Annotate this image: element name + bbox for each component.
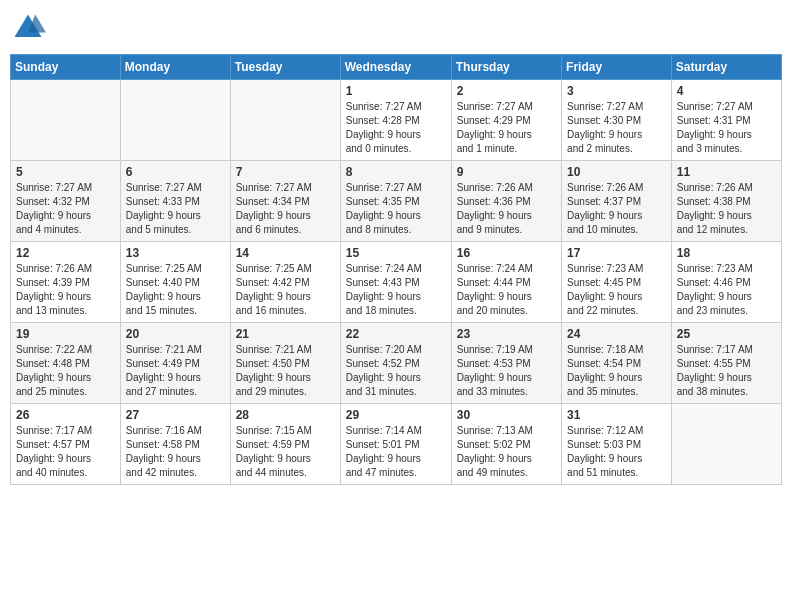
day-number: 13 xyxy=(126,246,225,260)
day-info: Sunrise: 7:27 AM Sunset: 4:31 PM Dayligh… xyxy=(677,100,776,156)
day-number: 3 xyxy=(567,84,666,98)
calendar-day-cell: 4Sunrise: 7:27 AM Sunset: 4:31 PM Daylig… xyxy=(671,80,781,161)
day-info: Sunrise: 7:26 AM Sunset: 4:37 PM Dayligh… xyxy=(567,181,666,237)
day-number: 19 xyxy=(16,327,115,341)
day-number: 31 xyxy=(567,408,666,422)
day-number: 26 xyxy=(16,408,115,422)
calendar-day-cell: 31Sunrise: 7:12 AM Sunset: 5:03 PM Dayli… xyxy=(562,404,672,485)
day-info: Sunrise: 7:27 AM Sunset: 4:28 PM Dayligh… xyxy=(346,100,446,156)
day-number: 24 xyxy=(567,327,666,341)
calendar-day-cell: 30Sunrise: 7:13 AM Sunset: 5:02 PM Dayli… xyxy=(451,404,561,485)
day-number: 7 xyxy=(236,165,335,179)
calendar-day-cell: 21Sunrise: 7:21 AM Sunset: 4:50 PM Dayli… xyxy=(230,323,340,404)
calendar-day-cell: 14Sunrise: 7:25 AM Sunset: 4:42 PM Dayli… xyxy=(230,242,340,323)
day-number: 8 xyxy=(346,165,446,179)
day-info: Sunrise: 7:14 AM Sunset: 5:01 PM Dayligh… xyxy=(346,424,446,480)
day-number: 5 xyxy=(16,165,115,179)
day-number: 12 xyxy=(16,246,115,260)
calendar-day-cell: 2Sunrise: 7:27 AM Sunset: 4:29 PM Daylig… xyxy=(451,80,561,161)
calendar-day-cell: 10Sunrise: 7:26 AM Sunset: 4:37 PM Dayli… xyxy=(562,161,672,242)
day-number: 30 xyxy=(457,408,556,422)
day-number: 22 xyxy=(346,327,446,341)
calendar-day-cell: 17Sunrise: 7:23 AM Sunset: 4:45 PM Dayli… xyxy=(562,242,672,323)
weekday-header: Sunday xyxy=(11,55,121,80)
calendar-day-cell: 3Sunrise: 7:27 AM Sunset: 4:30 PM Daylig… xyxy=(562,80,672,161)
day-number: 18 xyxy=(677,246,776,260)
day-number: 16 xyxy=(457,246,556,260)
calendar-day-cell: 7Sunrise: 7:27 AM Sunset: 4:34 PM Daylig… xyxy=(230,161,340,242)
day-number: 10 xyxy=(567,165,666,179)
day-info: Sunrise: 7:27 AM Sunset: 4:29 PM Dayligh… xyxy=(457,100,556,156)
calendar-day-cell: 15Sunrise: 7:24 AM Sunset: 4:43 PM Dayli… xyxy=(340,242,451,323)
calendar-day-cell: 28Sunrise: 7:15 AM Sunset: 4:59 PM Dayli… xyxy=(230,404,340,485)
calendar-day-cell xyxy=(11,80,121,161)
day-info: Sunrise: 7:17 AM Sunset: 4:55 PM Dayligh… xyxy=(677,343,776,399)
day-number: 6 xyxy=(126,165,225,179)
day-info: Sunrise: 7:13 AM Sunset: 5:02 PM Dayligh… xyxy=(457,424,556,480)
day-number: 28 xyxy=(236,408,335,422)
day-info: Sunrise: 7:26 AM Sunset: 4:36 PM Dayligh… xyxy=(457,181,556,237)
day-info: Sunrise: 7:25 AM Sunset: 4:40 PM Dayligh… xyxy=(126,262,225,318)
day-info: Sunrise: 7:18 AM Sunset: 4:54 PM Dayligh… xyxy=(567,343,666,399)
calendar-day-cell: 18Sunrise: 7:23 AM Sunset: 4:46 PM Dayli… xyxy=(671,242,781,323)
calendar-day-cell: 27Sunrise: 7:16 AM Sunset: 4:58 PM Dayli… xyxy=(120,404,230,485)
day-info: Sunrise: 7:22 AM Sunset: 4:48 PM Dayligh… xyxy=(16,343,115,399)
day-info: Sunrise: 7:20 AM Sunset: 4:52 PM Dayligh… xyxy=(346,343,446,399)
day-number: 23 xyxy=(457,327,556,341)
day-number: 20 xyxy=(126,327,225,341)
calendar-day-cell: 1Sunrise: 7:27 AM Sunset: 4:28 PM Daylig… xyxy=(340,80,451,161)
day-info: Sunrise: 7:17 AM Sunset: 4:57 PM Dayligh… xyxy=(16,424,115,480)
calendar-day-cell: 25Sunrise: 7:17 AM Sunset: 4:55 PM Dayli… xyxy=(671,323,781,404)
weekday-header: Saturday xyxy=(671,55,781,80)
day-number: 9 xyxy=(457,165,556,179)
day-info: Sunrise: 7:27 AM Sunset: 4:35 PM Dayligh… xyxy=(346,181,446,237)
day-info: Sunrise: 7:23 AM Sunset: 4:46 PM Dayligh… xyxy=(677,262,776,318)
day-number: 17 xyxy=(567,246,666,260)
day-number: 11 xyxy=(677,165,776,179)
day-info: Sunrise: 7:16 AM Sunset: 4:58 PM Dayligh… xyxy=(126,424,225,480)
day-info: Sunrise: 7:27 AM Sunset: 4:30 PM Dayligh… xyxy=(567,100,666,156)
day-info: Sunrise: 7:27 AM Sunset: 4:34 PM Dayligh… xyxy=(236,181,335,237)
day-number: 15 xyxy=(346,246,446,260)
calendar-day-cell: 22Sunrise: 7:20 AM Sunset: 4:52 PM Dayli… xyxy=(340,323,451,404)
calendar-day-cell xyxy=(230,80,340,161)
calendar-day-cell: 5Sunrise: 7:27 AM Sunset: 4:32 PM Daylig… xyxy=(11,161,121,242)
calendar-week-row: 19Sunrise: 7:22 AM Sunset: 4:48 PM Dayli… xyxy=(11,323,782,404)
day-info: Sunrise: 7:27 AM Sunset: 4:33 PM Dayligh… xyxy=(126,181,225,237)
weekday-header: Thursday xyxy=(451,55,561,80)
weekday-header: Wednesday xyxy=(340,55,451,80)
day-info: Sunrise: 7:19 AM Sunset: 4:53 PM Dayligh… xyxy=(457,343,556,399)
day-info: Sunrise: 7:12 AM Sunset: 5:03 PM Dayligh… xyxy=(567,424,666,480)
day-info: Sunrise: 7:27 AM Sunset: 4:32 PM Dayligh… xyxy=(16,181,115,237)
calendar-table: SundayMondayTuesdayWednesdayThursdayFrid… xyxy=(10,54,782,485)
weekday-header: Friday xyxy=(562,55,672,80)
calendar-day-cell xyxy=(671,404,781,485)
page-header xyxy=(10,10,782,46)
day-number: 2 xyxy=(457,84,556,98)
calendar-day-cell: 13Sunrise: 7:25 AM Sunset: 4:40 PM Dayli… xyxy=(120,242,230,323)
day-number: 21 xyxy=(236,327,335,341)
day-info: Sunrise: 7:24 AM Sunset: 4:43 PM Dayligh… xyxy=(346,262,446,318)
calendar-week-row: 26Sunrise: 7:17 AM Sunset: 4:57 PM Dayli… xyxy=(11,404,782,485)
day-number: 4 xyxy=(677,84,776,98)
day-info: Sunrise: 7:25 AM Sunset: 4:42 PM Dayligh… xyxy=(236,262,335,318)
calendar-day-cell: 12Sunrise: 7:26 AM Sunset: 4:39 PM Dayli… xyxy=(11,242,121,323)
day-info: Sunrise: 7:24 AM Sunset: 4:44 PM Dayligh… xyxy=(457,262,556,318)
weekday-header: Tuesday xyxy=(230,55,340,80)
calendar-day-cell: 26Sunrise: 7:17 AM Sunset: 4:57 PM Dayli… xyxy=(11,404,121,485)
day-info: Sunrise: 7:26 AM Sunset: 4:39 PM Dayligh… xyxy=(16,262,115,318)
day-info: Sunrise: 7:21 AM Sunset: 4:50 PM Dayligh… xyxy=(236,343,335,399)
day-info: Sunrise: 7:21 AM Sunset: 4:49 PM Dayligh… xyxy=(126,343,225,399)
calendar-week-row: 12Sunrise: 7:26 AM Sunset: 4:39 PM Dayli… xyxy=(11,242,782,323)
day-info: Sunrise: 7:26 AM Sunset: 4:38 PM Dayligh… xyxy=(677,181,776,237)
logo xyxy=(10,10,50,46)
calendar-day-cell: 8Sunrise: 7:27 AM Sunset: 4:35 PM Daylig… xyxy=(340,161,451,242)
day-number: 25 xyxy=(677,327,776,341)
calendar-day-cell: 29Sunrise: 7:14 AM Sunset: 5:01 PM Dayli… xyxy=(340,404,451,485)
day-info: Sunrise: 7:15 AM Sunset: 4:59 PM Dayligh… xyxy=(236,424,335,480)
calendar-day-cell: 23Sunrise: 7:19 AM Sunset: 4:53 PM Dayli… xyxy=(451,323,561,404)
day-number: 29 xyxy=(346,408,446,422)
calendar-day-cell xyxy=(120,80,230,161)
calendar-day-cell: 19Sunrise: 7:22 AM Sunset: 4:48 PM Dayli… xyxy=(11,323,121,404)
weekday-header: Monday xyxy=(120,55,230,80)
